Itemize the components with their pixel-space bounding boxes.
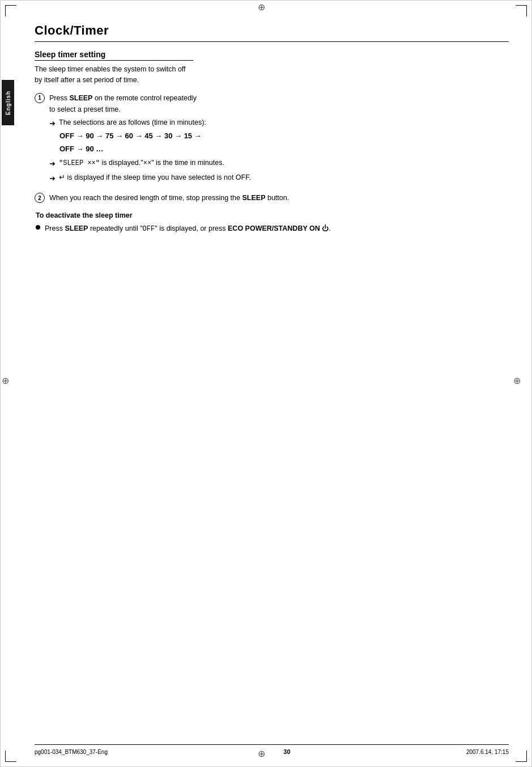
sequence-line1: OFF → 90 → 75 → 60 → 45 → 30 → 15 → [49, 130, 509, 142]
step1-arrow1-text: The selections are as follows (time in m… [59, 117, 206, 128]
crosshair-right [518, 380, 526, 388]
page-title: Clock/Timer [35, 23, 509, 38]
intro-line1: The sleep timer enables the system to sw… [35, 65, 186, 73]
step1-number: 1 [35, 93, 45, 103]
language-tab: English [2, 80, 14, 125]
step1-text-after: on the remote control repeatedly [92, 94, 196, 102]
deactivate-section: To deactivate the sleep timer Press SLEE… [35, 211, 509, 235]
deactivate-text-after: . [329, 224, 330, 232]
step1-arrow2-text: "SLEEP ××" is displayed."××" is the time… [59, 158, 224, 168]
step1-content: Press SLEEP on the remote control repeat… [49, 92, 509, 186]
arrow-bullet-3: ➜ [49, 173, 56, 185]
sequence-text1: OFF → 90 → 75 → 60 → 45 → 30 → 15 → [59, 132, 202, 140]
crosshair-top [262, 6, 270, 14]
section-heading: Sleep timer setting [35, 50, 193, 61]
corner-mark-tr [516, 5, 527, 16]
footer: pg001-034_BTM630_37-Eng 30 2007.6.14, 17… [35, 744, 509, 755]
step1-arrow3: ➜ ↵ is displayed if the sleep time you h… [49, 172, 509, 185]
step1-text-before: Press [49, 94, 69, 102]
power-icon: ⏻ [322, 224, 329, 232]
step2-number: 2 [35, 193, 45, 203]
deactivate-bullet: Press SLEEP repeatedly until "OFF" is di… [36, 223, 509, 235]
deactivate-text-mid: repeatedly until "OFF" is displayed, or … [88, 224, 228, 232]
corner-mark-br [516, 751, 527, 762]
step2-text-before: When you reach the desired length of tim… [49, 194, 242, 202]
corner-mark-bl [5, 751, 16, 762]
footer-right: 2007.6.14, 17:15 [466, 749, 509, 755]
footer-left: pg001-034_BTM630_37-Eng [35, 749, 108, 755]
sequence-text2: OFF → 90 … [59, 145, 103, 153]
step1-bold1: SLEEP [69, 94, 92, 102]
step1-arrow2: ➜ "SLEEP ××" is displayed."××" is the ti… [49, 158, 509, 170]
deactivate-bold1: SLEEP [65, 224, 88, 232]
step2-bold1: SLEEP [242, 194, 265, 202]
crosshair-left [6, 380, 14, 388]
step1-container: 1 Press SLEEP on the remote control repe… [35, 92, 509, 186]
title-divider [35, 41, 509, 42]
arrow-bullet-2: ➜ [49, 158, 56, 170]
corner-mark-tl [5, 5, 16, 16]
step1-arrow3-text: ↵ is displayed if the sleep time you hav… [59, 172, 251, 183]
deactivate-heading: To deactivate the sleep timer [36, 211, 509, 219]
sequence-line2: OFF → 90 … [49, 143, 509, 155]
page-container: English Clock/Timer Sleep timer setting … [0, 0, 532, 767]
section-intro: The sleep timer enables the system to sw… [35, 64, 509, 86]
step2-text-after: button. [265, 194, 289, 202]
arrow-bullet-1: ➜ [49, 118, 56, 130]
step2-content: When you reach the desired length of tim… [49, 192, 509, 204]
step1-line2: to select a preset time. [49, 105, 121, 113]
step2-container: 2 When you reach the desired length of t… [35, 192, 509, 204]
deactivate-bold2: ECO POWER/STANDBY ON [228, 224, 320, 232]
intro-line2: by itself after a set period of time. [35, 76, 139, 84]
circle-bullet [36, 225, 40, 230]
deactivate-text: Press SLEEP repeatedly until "OFF" is di… [45, 223, 331, 235]
deactivate-text-before: Press [45, 224, 65, 232]
main-content: English Clock/Timer Sleep timer setting … [35, 23, 509, 732]
step1-arrow1: ➜ The selections are as follows (time in… [49, 117, 509, 130]
footer-page-number: 30 [283, 748, 290, 755]
